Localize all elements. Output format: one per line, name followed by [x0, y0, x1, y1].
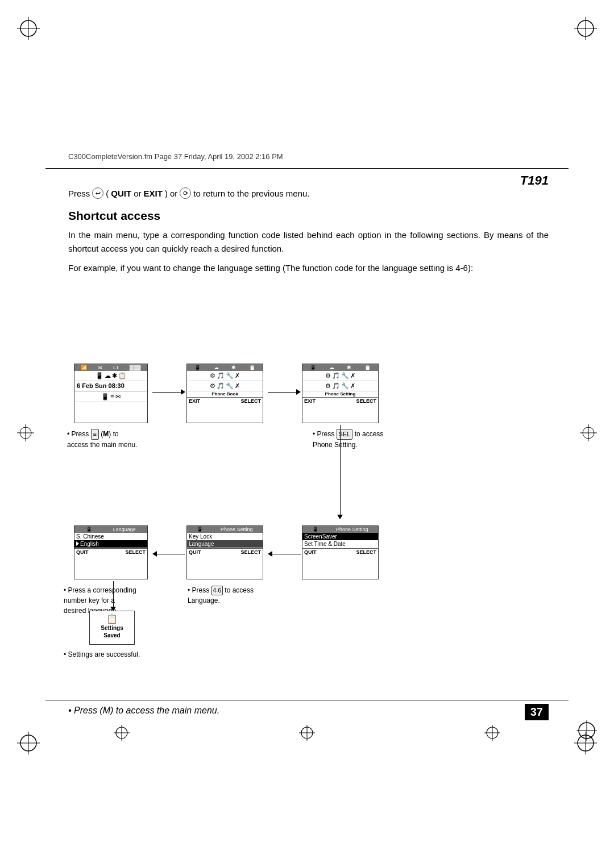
screen-pb-footer: EXIT SELECT — [187, 397, 263, 404]
screen-lang-footer: QUIT SELECT — [74, 548, 147, 556]
reg-mark-mr — [580, 424, 597, 444]
m-key-icon: ≡ — [91, 429, 99, 440]
section-title: Shortcut access — [68, 209, 549, 223]
main-content: Press ↩ (QUIT or EXIT) or ⟳ to return to… — [68, 187, 549, 285]
screen-pb-icons1: ⚙ 🎵 🔧 ✗ — [187, 371, 263, 381]
screen-ps3-screensaver: ScreenSaver — [302, 533, 378, 540]
corner-mark-tr — [574, 17, 597, 40]
nav-button2-icon: ⟳ — [180, 187, 191, 199]
screen-ps1-label: Phone Setting — [302, 391, 378, 397]
screen-main-icons2: 📱 ≡ ✉ — [74, 391, 147, 402]
pb-select: SELECT — [240, 398, 261, 404]
screen-phone-setting-3: 📱 Phone Setting ScreenSaver Set Time & D… — [302, 525, 379, 579]
ps3-select: SELECT — [356, 549, 376, 555]
or-label1: or — [134, 189, 141, 198]
footer-rule — [45, 700, 569, 700]
reg-mark-ml — [17, 424, 34, 444]
screen-pb-label: Phone Book — [187, 391, 263, 397]
screen-pb-icons2: ⚙ 🎵 🔧 ✗ — [187, 381, 263, 391]
screen-ps1-icons1: ⚙ 🎵 🔧 ✗ — [302, 371, 378, 381]
pb-exit: EXIT — [189, 398, 200, 404]
screen-language: 📱 Language S. Chinese English QUIT SELEC… — [74, 525, 148, 579]
date-line: 6 Feb Sun 08:30 — [74, 381, 147, 390]
screen-ps1-footer: EXIT SELECT — [302, 397, 378, 404]
press-label: Press — [68, 189, 90, 198]
lang-quit: QUIT — [76, 549, 89, 555]
signal-icon: 📶 — [81, 365, 87, 370]
reg-mark-bottom-center — [299, 725, 315, 743]
screen-ps1-icons2: ⚙ 🎵 🔧 ✗ — [302, 381, 378, 391]
screen-phone-book: 📱 ☁ ✱ 📋 ⚙ 🎵 🔧 ✗ ⚙ 🎵 🔧 ✗ Phone Book EXIT … — [186, 364, 263, 423]
ann-press-language: • Press 4-6 to access Language. — [188, 585, 254, 606]
corner-mark-bl — [17, 732, 40, 754]
settings-saved-text: SettingsSaved — [90, 624, 134, 639]
arrow-ps2-to-lang — [152, 551, 185, 557]
ps3-quit: QUIT — [304, 549, 317, 555]
settings-icon: 📋 — [90, 614, 134, 624]
screen-ps2-keylock: Key Lock — [187, 533, 263, 540]
screen-main-menu: 📶 ✉ L1 ▓▓▓ 📱 ☁ ✱ 📋 6 Feb Sun 08:30 📱 ≡ ✉ — [74, 364, 148, 423]
ps1-exit: EXIT — [304, 398, 316, 404]
screen-ps2-language: Language — [187, 540, 263, 548]
screen-lang-chinese: S. Chinese — [74, 533, 147, 540]
ann-press-phonesetting: • Press SEL to access Phone Setting. — [313, 429, 383, 450]
ann-press-m: • Press ≡ (M) to access the main menu. — [67, 429, 137, 450]
ps2-select: SELECT — [240, 549, 261, 555]
arrow-pb-to-ps — [268, 389, 301, 395]
press-parens: ( — [106, 189, 109, 198]
screen-lang-topbar: 📱 Language — [74, 526, 147, 533]
page-number: 37 — [525, 704, 549, 720]
press-quit-line: Press ↩ (QUIT or EXIT) or ⟳ to return to… — [68, 187, 549, 199]
screen-ps3-settime: Set Time & Date — [302, 540, 378, 548]
screen-ps2-footer: QUIT SELECT — [187, 548, 263, 556]
header-rule — [45, 168, 569, 169]
ps1-select: SELECT — [356, 398, 376, 404]
screen-ps2-topbar: 📱 Phone Setting — [187, 526, 263, 533]
ps2-quit: QUIT — [189, 549, 201, 555]
diagram-area: 📶 ✉ L1 ▓▓▓ 📱 ☁ ✱ 📋 6 Feb Sun 08:30 📱 ≡ ✉ — [34, 358, 580, 733]
vert-arrow-ps-down — [337, 425, 343, 519]
press-parens2: ) — [165, 189, 168, 198]
arrow-ps3-to-ps2 — [268, 551, 301, 557]
ann-settings-saved: • Settings are successful. — [64, 650, 140, 658]
screen-phone-setting-top: 📱 ☁ ✱ 📋 ⚙ 🎵 🔧 ✗ ⚙ 🎵 🔧 ✗ Phone Setting EX… — [302, 364, 379, 423]
footer-text: • Press (M) to access the main menu. — [68, 706, 219, 716]
screen-settings-saved: 📋 SettingsSaved — [89, 611, 135, 645]
return-label: to return to the previous menu. — [193, 189, 309, 198]
or-label2: or — [170, 189, 177, 198]
vert-arrow-lang-down — [110, 581, 116, 611]
battery-icon: ▓▓▓ — [130, 365, 141, 370]
l1-label: L1 — [113, 365, 119, 370]
screen-ps3-topbar: 📱 Phone Setting — [302, 526, 378, 533]
page-title: T191 — [520, 173, 549, 188]
header-file-info: C300CompleteVersion.fm Page 37 Friday, A… — [68, 152, 283, 161]
reg-mark-bottom-far-right — [576, 720, 597, 743]
screen-phone-setting-2: 📱 Phone Setting Key Lock Language QUIT S… — [186, 525, 263, 579]
reg-mark-bottom-right — [484, 725, 500, 743]
reg-mark-bottom-left — [114, 725, 130, 743]
screen-pb-topbar: 📱 ☁ ✱ 📋 — [187, 364, 263, 371]
screen-main-icons: 📱 ☁ ✱ 📋 — [74, 371, 147, 381]
num-key-icon: 4-6 — [211, 586, 223, 595]
screen-lang-english: English — [74, 540, 147, 548]
page: C300CompleteVersion.fm Page 37 Friday, A… — [0, 0, 614, 868]
para2: For example, if you want to change the l… — [68, 261, 549, 275]
screen-main-topbar: 📶 ✉ L1 ▓▓▓ — [74, 364, 147, 371]
corner-mark-tl — [17, 17, 40, 40]
exit-label: EXIT — [144, 189, 163, 198]
nav-button-icon: ↩ — [92, 187, 103, 199]
lang-select: SELECT — [125, 549, 146, 555]
para1: In the main menu, type a corresponding f… — [68, 228, 549, 256]
quit-label: QUIT — [111, 189, 131, 198]
msg-icon: ✉ — [98, 365, 102, 370]
screen-ps1-topbar: 📱 ☁ ✱ 📋 — [302, 364, 378, 371]
arrow-indicator-icon — [76, 541, 79, 546]
screen-ps3-footer: QUIT SELECT — [302, 548, 378, 556]
arrow-main-to-phonebook — [152, 389, 185, 395]
